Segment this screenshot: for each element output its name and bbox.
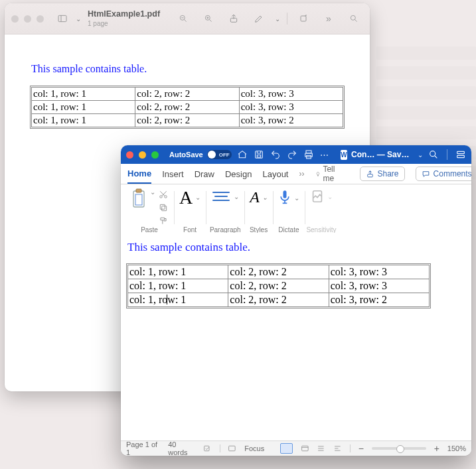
chevron-down-icon[interactable]: ⌄ (294, 194, 299, 202)
paragraph-button[interactable]: ⌄ (211, 188, 239, 204)
tab-layout[interactable]: Layout (262, 165, 288, 183)
search-icon[interactable] (428, 149, 439, 160)
word-titlebar: AutoSave OFF ⋯ W Con… — Saved to my… ⌄ (121, 145, 471, 164)
zoom-dot[interactable] (151, 151, 159, 159)
undo-icon[interactable] (270, 149, 281, 160)
zoom-in-button[interactable]: + (434, 443, 439, 454)
status-words[interactable]: 40 words (168, 440, 195, 456)
zoom-dot[interactable] (37, 15, 44, 23)
search-button[interactable] (345, 9, 363, 28)
table-cell[interactable]: col: 2, row: 2 (228, 279, 329, 293)
table-cell: col: 2, row: 2 (135, 114, 239, 127)
preview-subtitle: 1 page (88, 21, 160, 27)
svg-rect-25 (229, 446, 236, 450)
ribbon-options-icon[interactable] (455, 149, 466, 160)
autosave-toggle[interactable]: AutoSave OFF (169, 150, 232, 159)
svg-rect-0 (58, 15, 66, 21)
sensitivity-button[interactable]: ⌄ (310, 188, 333, 204)
outline-view-button[interactable] (317, 444, 325, 453)
save-icon[interactable] (254, 149, 264, 160)
styles-button[interactable]: A ⌄ (250, 188, 268, 206)
chevron-down-icon[interactable]: ⌄ (195, 194, 200, 201)
print-layout-view-button[interactable] (280, 443, 292, 454)
markup-button[interactable] (250, 9, 268, 28)
sidebar-toggle-button[interactable] (53, 9, 72, 28)
window-controls[interactable] (11, 15, 44, 23)
minimize-dot[interactable] (139, 151, 146, 159)
table-cell[interactable]: col: 3, row: 3 (329, 279, 429, 293)
chevron-down-icon[interactable]: ⌄ (418, 151, 423, 159)
table-cell[interactable]: col: 3, row: 2 (329, 293, 429, 307)
zoom-out-button[interactable] (174, 9, 193, 28)
table-cell: col: 3, row: 2 (239, 114, 343, 127)
svg-rect-21 (160, 204, 165, 209)
separator (447, 149, 447, 160)
table-cell[interactable]: col: 1, row: 1 (128, 293, 228, 307)
rotate-button[interactable] (294, 9, 313, 28)
overflow-button[interactable]: » (319, 9, 338, 28)
comments-button[interactable]: Comments (416, 167, 471, 181)
table-row: col: 1, row: 1 col: 2, row: 2 col: 3, ro… (32, 101, 343, 114)
svg-rect-7 (257, 155, 260, 157)
tab-design[interactable]: Design (225, 165, 252, 183)
status-zoom[interactable]: 150% (447, 444, 466, 452)
print-icon[interactable] (303, 149, 314, 160)
copy-icon[interactable] (158, 203, 169, 212)
format-painter-icon[interactable] (158, 216, 169, 226)
table-cell: col: 1, row: 1 (32, 114, 135, 127)
zoom-in-button[interactable] (199, 9, 218, 28)
svg-rect-22 (283, 190, 286, 198)
tab-draw[interactable]: Draw (195, 165, 214, 183)
word-document-page[interactable]: This sample contains table. col: 1, row:… (121, 233, 471, 441)
spellcheck-icon[interactable] (203, 444, 212, 453)
separator (287, 13, 287, 25)
cut-icon[interactable] (158, 190, 169, 199)
preview-title-block: HtmlExample1.pdf 1 page (88, 10, 160, 27)
toggle-off-icon[interactable]: OFF (207, 150, 232, 159)
table-cell: col: 1, row: 1 (32, 88, 135, 101)
table-cell: col: 3, row: 3 (239, 101, 343, 114)
status-page[interactable]: Page 1 of 1 (126, 440, 160, 456)
table-cell[interactable]: col: 1, row: 1 (128, 279, 228, 293)
dictate-button[interactable]: ⌄ (278, 188, 299, 207)
zoom-out-button[interactable]: − (358, 443, 364, 454)
font-button[interactable]: A ⌄ (179, 188, 200, 207)
doc-table[interactable]: col: 1, row: 1 col: 2, row: 2 col: 3, ro… (127, 265, 430, 307)
table-cell: col: 1, row: 1 (32, 101, 135, 114)
tell-me-search[interactable]: Tell me (315, 165, 339, 183)
table-cell[interactable]: col: 1, row: 1 (128, 265, 228, 279)
redo-icon[interactable] (287, 149, 297, 160)
close-dot[interactable] (126, 151, 133, 159)
minimize-dot[interactable] (24, 15, 31, 23)
status-focus[interactable]: Focus (244, 444, 264, 452)
window-controls[interactable] (126, 151, 159, 159)
share-button[interactable] (224, 9, 243, 28)
chevron-down-icon[interactable]: ⌄ (150, 188, 155, 196)
doc-heading[interactable]: This sample contains table. (127, 241, 465, 254)
tabs-overflow-icon[interactable]: ›› (299, 169, 305, 178)
svg-point-11 (430, 151, 436, 157)
word-document-title[interactable]: W Con… — Saved to my… ⌄ (341, 150, 423, 160)
share-button[interactable]: Share (360, 167, 405, 181)
paste-button[interactable]: ⌄ (130, 188, 169, 226)
table-cell[interactable]: col: 2, row: 2 (228, 293, 329, 307)
ribbon-tabs: Home Insert Draw Design Layout ›› Tell m… (121, 164, 471, 184)
ellipsis-icon[interactable]: ⋯ (320, 150, 329, 160)
web-layout-view-button[interactable] (301, 444, 309, 453)
close-dot[interactable] (11, 15, 19, 23)
chevron-down-icon[interactable]: ⌄ (262, 194, 268, 201)
svg-point-18 (160, 196, 163, 198)
svg-rect-16 (136, 189, 141, 192)
draft-view-button[interactable] (333, 444, 342, 453)
table-row: col: 1, row: 1 col: 2, row: 2 col: 3, ro… (128, 279, 430, 293)
table-cell[interactable]: col: 2, row: 2 (228, 265, 329, 279)
zoom-slider[interactable] (372, 447, 426, 450)
svg-point-19 (165, 196, 167, 198)
table-cell[interactable]: col: 3, row: 3 (329, 265, 429, 279)
home-icon[interactable] (237, 149, 248, 160)
tab-insert[interactable]: Insert (162, 165, 184, 183)
preview-titlebar: ⌄ HtmlExample1.pdf 1 page ⌄ » (5, 3, 370, 34)
tab-home[interactable]: Home (127, 165, 151, 184)
chevron-down-icon[interactable]: ⌄ (234, 193, 239, 200)
focus-view-icon[interactable] (228, 444, 236, 453)
